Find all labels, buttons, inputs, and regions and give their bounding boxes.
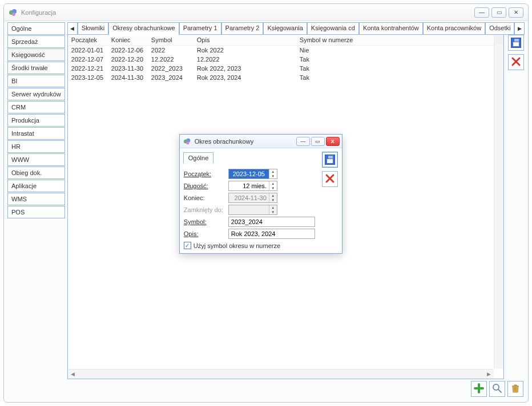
sidebar-item-3[interactable]: Środki trwałe: [7, 62, 65, 74]
dialog-title: Okres obrachunkowy: [195, 138, 253, 145]
svg-point-2: [12, 13, 15, 16]
sidebar-item-0[interactable]: Ogólne: [7, 22, 65, 35]
cell: Tak: [296, 64, 504, 73]
tab-6[interactable]: Konta kontrahentów: [359, 22, 423, 35]
column-header[interactable]: Początek: [68, 35, 108, 46]
column-header[interactable]: Symbol w numerze: [296, 35, 504, 46]
tab-7[interactable]: Konta pracowników: [423, 22, 485, 35]
sidebar-item-8[interactable]: Intrastat: [7, 127, 65, 140]
table-row[interactable]: 2023-12-052024-11-302023_2024Rok 2023, 2…: [68, 73, 504, 82]
start-date-input[interactable]: ▲▼: [228, 169, 277, 179]
dialog-save-button[interactable]: [322, 152, 338, 168]
magnifier-icon: [492, 383, 502, 395]
close-x-icon: [511, 56, 521, 68]
add-button[interactable]: [471, 381, 487, 397]
cell: Rok 2022, 2023: [194, 64, 296, 73]
cell: 2023_2024: [148, 73, 194, 82]
period-dialog: Okres obrachunkowy — ▭ X Ogólne: [179, 134, 342, 254]
dialog-tab-general[interactable]: Ogólne: [183, 152, 213, 164]
dialog-minimize-button[interactable]: —: [296, 137, 310, 146]
cell: Tak: [296, 55, 504, 64]
plus-icon: [474, 383, 484, 395]
tab-3[interactable]: Parametry 2: [221, 22, 264, 35]
trash-button[interactable]: [507, 381, 523, 397]
cell: 2022_2023: [148, 64, 194, 73]
search-button[interactable]: [489, 381, 505, 397]
minimize-button[interactable]: —: [474, 7, 489, 18]
sidebar-item-9[interactable]: HR: [7, 140, 65, 153]
symbol-input[interactable]: [228, 217, 315, 227]
sidebar-item-10[interactable]: WWW: [7, 153, 65, 166]
tab-scroll-left[interactable]: ◀: [67, 22, 78, 35]
maximize-button[interactable]: ▭: [491, 7, 506, 18]
cell: 12.2022: [148, 55, 194, 64]
cell: Nie: [296, 46, 504, 55]
dialog-maximize-button[interactable]: ▭: [311, 137, 325, 146]
tab-8[interactable]: Odsetki: [485, 22, 514, 35]
svg-point-5: [186, 141, 189, 144]
horizontal-scrollbar[interactable]: ◀ ▶: [68, 369, 494, 379]
tab-scroll-right[interactable]: ▶: [514, 22, 525, 35]
length-label: Długość:: [184, 182, 228, 189]
cell: 2022-12-20: [108, 55, 148, 64]
start-label: Początek:: [184, 170, 228, 177]
app-icon: [9, 8, 18, 17]
closed-date-value: [229, 205, 269, 214]
column-header[interactable]: Opis: [194, 35, 296, 46]
save-button[interactable]: [508, 35, 524, 51]
desc-input[interactable]: [228, 229, 315, 239]
dialog-close-button[interactable]: X: [326, 137, 340, 146]
dialog-form: Początek: ▲▼ Długość:: [183, 163, 318, 250]
checkbox-label: Użyj symbol okresu w numerze: [194, 242, 280, 249]
close-x-icon: [325, 173, 335, 185]
checkbox-icon: ✓: [184, 242, 191, 249]
sidebar-item-14[interactable]: POS: [7, 206, 65, 218]
cell: 2023-12-05: [68, 73, 108, 82]
sidebar-item-13[interactable]: WMS: [7, 193, 65, 205]
dialog-titlebar: Okres obrachunkowy — ▭ X: [180, 135, 342, 148]
vertical-scrollbar[interactable]: [494, 35, 503, 369]
length-value[interactable]: [229, 181, 269, 190]
cell: 2022: [148, 46, 194, 55]
sidebar-item-5[interactable]: Serwer wydruków: [7, 88, 65, 100]
closed-date-input: ▲▼: [228, 205, 277, 215]
tab-1[interactable]: Okresy obrachunkowe: [108, 22, 179, 35]
cell: Tak: [296, 73, 504, 82]
delete-button[interactable]: [508, 54, 524, 70]
start-date-value[interactable]: [229, 169, 269, 178]
sidebar-item-4[interactable]: BI: [7, 75, 65, 87]
tab-content: PoczątekKoniecSymbolOpisSymbol w numerze…: [67, 35, 505, 379]
cell: 2022-12-07: [68, 55, 108, 64]
close-button[interactable]: ✕: [509, 7, 523, 18]
column-header[interactable]: Koniec: [108, 35, 148, 46]
desc-label: Opis:: [184, 230, 228, 237]
tab-0[interactable]: Słowniki: [78, 22, 108, 35]
dialog-icon: [183, 137, 191, 145]
sidebar-item-1[interactable]: Sprzedaż: [7, 35, 65, 48]
end-label: Koniec:: [184, 194, 228, 201]
length-input[interactable]: ▲▼: [228, 181, 277, 191]
tab-4[interactable]: Księgowania: [263, 22, 307, 35]
sidebar-item-12[interactable]: Aplikacje: [7, 180, 65, 192]
sidebar-item-2[interactable]: Księgowość: [7, 48, 65, 61]
sidebar-item-6[interactable]: CRM: [7, 101, 65, 113]
window-title: Konfiguracja: [21, 9, 474, 16]
closed-label: Zamknięty do:: [184, 206, 228, 213]
scroll-right-icon[interactable]: ▶: [484, 370, 494, 379]
tab-2[interactable]: Parametry 1: [179, 22, 221, 35]
table-row[interactable]: 2022-12-212023-11-302022_2023Rok 2022, 2…: [68, 64, 504, 73]
sidebar-item-11[interactable]: Obieg dok.: [7, 167, 65, 179]
sidebar-item-7[interactable]: Produkcja: [7, 114, 65, 127]
floppy-icon: [325, 155, 335, 165]
use-symbol-checkbox[interactable]: ✓ Użyj symbol okresu w numerze: [184, 242, 317, 249]
trash-icon: [510, 383, 521, 395]
end-date-value: [229, 193, 269, 202]
column-header[interactable]: Symbol: [148, 35, 194, 46]
tab-5[interactable]: Księgowania cd: [307, 22, 359, 35]
table-row[interactable]: 2022-01-012022-12-062022Rok 2022Nie: [68, 46, 504, 55]
scroll-left-icon[interactable]: ◀: [68, 370, 78, 379]
cell: 2022-12-21: [68, 64, 108, 73]
table-row[interactable]: 2022-12-072022-12-2012.202212.2022Tak: [68, 55, 504, 64]
cell: 2022-01-01: [68, 46, 108, 55]
dialog-cancel-button[interactable]: [322, 171, 338, 187]
